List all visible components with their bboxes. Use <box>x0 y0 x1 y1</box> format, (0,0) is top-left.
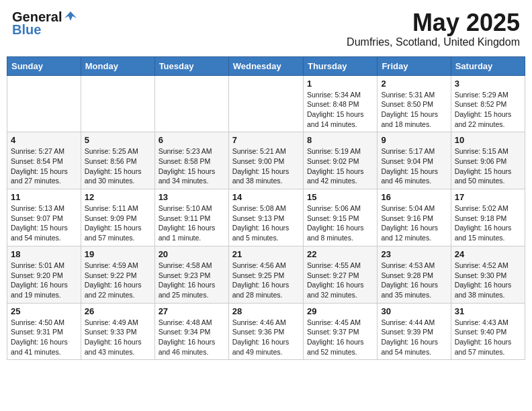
calendar-cell: 20Sunrise: 4:58 AM Sunset: 9:23 PM Dayli… <box>154 246 228 303</box>
day-number: 13 <box>159 192 225 202</box>
calendar-cell: 18Sunrise: 5:01 AM Sunset: 9:20 PM Dayli… <box>7 246 81 303</box>
calendar-cell: 1Sunrise: 5:34 AM Sunset: 8:48 PM Daylig… <box>303 75 377 132</box>
day-detail: Sunrise: 5:08 AM Sunset: 9:13 PM Dayligh… <box>232 203 300 243</box>
day-number: 19 <box>85 249 151 259</box>
day-number: 26 <box>85 306 151 316</box>
day-number: 16 <box>381 192 447 202</box>
day-detail: Sunrise: 4:53 AM Sunset: 9:28 PM Dayligh… <box>381 261 447 300</box>
day-number: 8 <box>307 135 373 145</box>
day-number: 7 <box>232 135 300 145</box>
day-detail: Sunrise: 5:06 AM Sunset: 9:15 PM Dayligh… <box>307 203 373 243</box>
day-number: 3 <box>455 79 521 89</box>
day-detail: Sunrise: 5:21 AM Sunset: 9:00 PM Dayligh… <box>232 146 300 186</box>
day-detail: Sunrise: 5:11 AM Sunset: 9:09 PM Dayligh… <box>85 203 151 243</box>
day-detail: Sunrise: 4:46 AM Sunset: 9:36 PM Dayligh… <box>232 318 300 357</box>
day-number: 18 <box>11 249 77 259</box>
day-detail: Sunrise: 4:43 AM Sunset: 9:40 PM Dayligh… <box>455 318 521 357</box>
day-number: 2 <box>381 79 447 89</box>
day-detail: Sunrise: 4:45 AM Sunset: 9:37 PM Dayligh… <box>307 318 373 357</box>
logo-blue: Blue <box>12 22 41 38</box>
day-detail: Sunrise: 5:19 AM Sunset: 9:02 PM Dayligh… <box>307 146 373 186</box>
calendar-cell <box>7 75 81 132</box>
weekday-header-thursday: Thursday <box>303 56 377 75</box>
calendar-cell: 8Sunrise: 5:19 AM Sunset: 9:02 PM Daylig… <box>303 132 377 189</box>
calendar-cell: 10Sunrise: 5:15 AM Sunset: 9:06 PM Dayli… <box>451 132 525 189</box>
day-number: 22 <box>307 249 373 259</box>
calendar-cell: 19Sunrise: 4:59 AM Sunset: 9:22 PM Dayli… <box>81 246 154 303</box>
calendar-cell: 21Sunrise: 4:56 AM Sunset: 9:25 PM Dayli… <box>228 246 303 303</box>
calendar-cell: 16Sunrise: 5:04 AM Sunset: 9:16 PM Dayli… <box>378 189 451 246</box>
calendar-cell: 9Sunrise: 5:17 AM Sunset: 9:04 PM Daylig… <box>378 132 451 189</box>
calendar-cell: 26Sunrise: 4:49 AM Sunset: 9:33 PM Dayli… <box>81 303 154 360</box>
calendar-cell <box>154 75 228 132</box>
logo-bird-icon <box>63 9 78 24</box>
weekday-header-tuesday: Tuesday <box>154 56 228 75</box>
day-detail: Sunrise: 5:27 AM Sunset: 8:54 PM Dayligh… <box>11 146 77 186</box>
day-detail: Sunrise: 5:29 AM Sunset: 8:52 PM Dayligh… <box>455 90 521 130</box>
title-block: May 2025 Dumfries, Scotland, United King… <box>347 9 520 48</box>
weekday-header-row: SundayMondayTuesdayWednesdayThursdayFrid… <box>7 56 525 75</box>
weekday-header-sunday: Sunday <box>7 56 81 75</box>
calendar-cell: 22Sunrise: 4:55 AM Sunset: 9:27 PM Dayli… <box>303 246 377 303</box>
day-number: 28 <box>232 306 300 316</box>
svg-marker-0 <box>64 11 77 21</box>
calendar-cell: 28Sunrise: 4:46 AM Sunset: 9:36 PM Dayli… <box>228 303 303 360</box>
day-number: 14 <box>232 192 300 202</box>
day-detail: Sunrise: 5:31 AM Sunset: 8:50 PM Dayligh… <box>381 90 447 130</box>
calendar-cell <box>81 75 154 132</box>
calendar-cell: 31Sunrise: 4:43 AM Sunset: 9:40 PM Dayli… <box>451 303 525 360</box>
day-detail: Sunrise: 5:25 AM Sunset: 8:56 PM Dayligh… <box>85 146 151 186</box>
page-header: General Blue May 2025 Dumfries, Scotland… <box>7 7 525 51</box>
day-detail: Sunrise: 5:15 AM Sunset: 9:06 PM Dayligh… <box>455 146 521 186</box>
day-number: 20 <box>159 249 225 259</box>
day-number: 27 <box>159 306 225 316</box>
day-number: 17 <box>455 192 521 202</box>
day-detail: Sunrise: 4:49 AM Sunset: 9:33 PM Dayligh… <box>85 318 151 357</box>
weekday-header-wednesday: Wednesday <box>228 56 303 75</box>
day-number: 9 <box>381 135 447 145</box>
calendar-week-row: 4Sunrise: 5:27 AM Sunset: 8:54 PM Daylig… <box>7 132 525 189</box>
day-detail: Sunrise: 5:23 AM Sunset: 8:58 PM Dayligh… <box>159 146 225 186</box>
calendar-week-row: 25Sunrise: 4:50 AM Sunset: 9:31 PM Dayli… <box>7 303 525 360</box>
logo: General Blue <box>12 9 78 38</box>
day-number: 21 <box>232 249 300 259</box>
day-detail: Sunrise: 4:48 AM Sunset: 9:34 PM Dayligh… <box>159 318 225 357</box>
calendar-week-row: 18Sunrise: 5:01 AM Sunset: 9:20 PM Dayli… <box>7 246 525 303</box>
day-detail: Sunrise: 4:52 AM Sunset: 9:30 PM Dayligh… <box>455 261 521 300</box>
calendar-cell: 6Sunrise: 5:23 AM Sunset: 8:58 PM Daylig… <box>154 132 228 189</box>
day-number: 25 <box>11 306 77 316</box>
weekday-header-monday: Monday <box>81 56 154 75</box>
calendar-cell: 11Sunrise: 5:13 AM Sunset: 9:07 PM Dayli… <box>7 189 81 246</box>
day-detail: Sunrise: 4:58 AM Sunset: 9:23 PM Dayligh… <box>159 261 225 300</box>
day-number: 6 <box>159 135 225 145</box>
day-detail: Sunrise: 4:59 AM Sunset: 9:22 PM Dayligh… <box>85 261 151 300</box>
day-number: 15 <box>307 192 373 202</box>
day-number: 12 <box>85 192 151 202</box>
day-number: 11 <box>11 192 77 202</box>
day-detail: Sunrise: 4:44 AM Sunset: 9:39 PM Dayligh… <box>381 318 447 357</box>
calendar-cell: 14Sunrise: 5:08 AM Sunset: 9:13 PM Dayli… <box>228 189 303 246</box>
day-detail: Sunrise: 5:10 AM Sunset: 9:11 PM Dayligh… <box>159 203 225 243</box>
day-detail: Sunrise: 5:01 AM Sunset: 9:20 PM Dayligh… <box>11 261 77 300</box>
calendar-cell: 12Sunrise: 5:11 AM Sunset: 9:09 PM Dayli… <box>81 189 154 246</box>
calendar-cell: 4Sunrise: 5:27 AM Sunset: 8:54 PM Daylig… <box>7 132 81 189</box>
day-number: 30 <box>381 306 447 316</box>
day-number: 29 <box>307 306 373 316</box>
day-detail: Sunrise: 5:02 AM Sunset: 9:18 PM Dayligh… <box>455 203 521 243</box>
calendar-cell: 30Sunrise: 4:44 AM Sunset: 9:39 PM Dayli… <box>378 303 451 360</box>
day-number: 10 <box>455 135 521 145</box>
calendar-week-row: 1Sunrise: 5:34 AM Sunset: 8:48 PM Daylig… <box>7 75 525 132</box>
calendar-cell: 23Sunrise: 4:53 AM Sunset: 9:28 PM Dayli… <box>378 246 451 303</box>
calendar-cell: 27Sunrise: 4:48 AM Sunset: 9:34 PM Dayli… <box>154 303 228 360</box>
calendar-cell: 5Sunrise: 5:25 AM Sunset: 8:56 PM Daylig… <box>81 132 154 189</box>
calendar-cell: 29Sunrise: 4:45 AM Sunset: 9:37 PM Dayli… <box>303 303 377 360</box>
day-number: 4 <box>11 135 77 145</box>
day-number: 23 <box>381 249 447 259</box>
day-number: 1 <box>307 79 373 89</box>
day-detail: Sunrise: 4:50 AM Sunset: 9:31 PM Dayligh… <box>11 318 77 357</box>
calendar-cell: 17Sunrise: 5:02 AM Sunset: 9:18 PM Dayli… <box>451 189 525 246</box>
calendar-cell: 25Sunrise: 4:50 AM Sunset: 9:31 PM Dayli… <box>7 303 81 360</box>
day-detail: Sunrise: 5:17 AM Sunset: 9:04 PM Dayligh… <box>381 146 447 186</box>
month-title: May 2025 <box>347 9 520 36</box>
day-detail: Sunrise: 5:04 AM Sunset: 9:16 PM Dayligh… <box>381 203 447 243</box>
